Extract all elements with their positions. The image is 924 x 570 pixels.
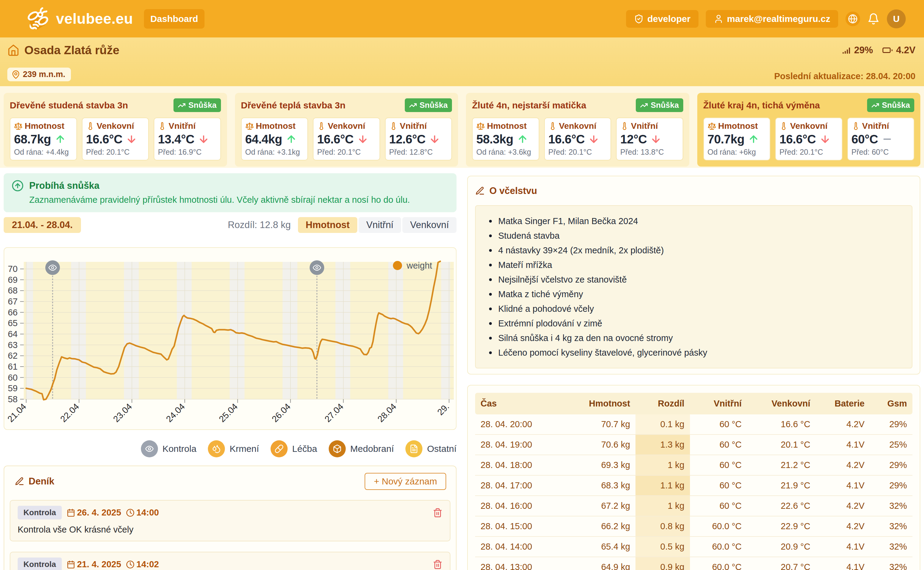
- svg-text:26.04: 26.04: [270, 401, 292, 424]
- stat-label: Venkovní: [790, 121, 828, 130]
- diff-label: Rozdíl: 12.8 kg: [228, 219, 291, 230]
- scale-icon: [476, 122, 485, 130]
- stat-subtext: Od rána: +3.1kg: [245, 148, 304, 156]
- chart-tab-vnitřní[interactable]: Vnitřní: [358, 217, 401, 233]
- table-cell-vnitřní: 60 °C: [690, 435, 747, 455]
- site-banner: Osada Zlatá růže 239 m.n.m. 29% 4.2V Pos…: [0, 37, 924, 86]
- event-legend-label: Medobraní: [350, 444, 394, 454]
- language-button[interactable]: [846, 12, 860, 26]
- chart-tab-venkovní[interactable]: Venkovní: [402, 217, 456, 233]
- measurements-table: ČasHmotnostRozdílVnitřníVenkovníBaterieG…: [475, 393, 912, 570]
- notifications-button[interactable]: [867, 13, 880, 25]
- about-list-item: Mateří mřížka: [486, 257, 903, 272]
- table-cell-čas: 28. 04. 15:00: [475, 516, 565, 536]
- table-cell-venkovní: 21.9 °C: [747, 475, 816, 496]
- trash-icon: [433, 560, 442, 569]
- table-cell-rozdíl: 1 kg: [635, 496, 690, 516]
- table-cell-čas: 28. 04. 18:00: [475, 455, 565, 475]
- table-cell-hmotnost: 70.6 kg: [565, 435, 636, 455]
- svg-text:27.04: 27.04: [323, 401, 345, 424]
- table-cell-gsm: 29%: [870, 414, 912, 435]
- table-cell-hmotnost: 64.9 kg: [565, 557, 636, 570]
- stat-value: 13.4°C: [158, 132, 194, 146]
- flow-badge: Snůška: [867, 98, 915, 112]
- hive-card[interactable]: Žluté kraj 4n, tichá výměna Snůška Hmotn…: [697, 93, 921, 167]
- svg-text:22.04: 22.04: [58, 401, 81, 424]
- table-cell-rozdíl: 1.1 kg: [635, 475, 690, 496]
- table-row: 28. 04. 14:0065.4 kg0.5 kg60.0 °C20.9 °C…: [475, 536, 912, 557]
- event-legend-item-pill[interactable]: Léčba: [271, 440, 317, 457]
- date-range-chip[interactable]: 21.04. - 28.04.: [4, 217, 81, 233]
- stat-value: 68.7kg: [14, 132, 51, 146]
- globe-icon: [848, 14, 858, 24]
- signal-icon: [842, 46, 851, 55]
- event-legend-item-droplets[interactable]: Krmení: [208, 440, 259, 457]
- diary-entry: Kontrola 26. 4. 2025 14:00 Kontrola vše …: [10, 500, 450, 541]
- table-row: 28. 04. 17:0068.3 kg1.1 kg60 °C21.9 °C4.…: [475, 475, 912, 496]
- stat-label: Vnitřní: [400, 121, 427, 130]
- delete-entry-button[interactable]: [433, 560, 442, 569]
- gsm-status: 29%: [842, 45, 873, 56]
- stat-label: Venkovní: [97, 121, 134, 130]
- table-cell-gsm: 32%: [870, 496, 912, 516]
- table-cell-baterie: 4.2V: [815, 496, 870, 516]
- chart-controls: 21.04. - 28.04. Rozdíl: 12.8 kg Hmotnost…: [4, 217, 456, 233]
- hive-cards-row: Dřevěné studená stavba 3n Snůška Hmotnos…: [0, 86, 924, 168]
- entry-text: Kontrola vše OK krásné včely: [18, 525, 442, 535]
- event-legend-label: Ostatní: [427, 444, 456, 454]
- new-entry-button[interactable]: + Nový záznam: [365, 473, 446, 490]
- table-header-gsm: Gsm: [870, 393, 912, 414]
- trending-up-icon: [640, 101, 648, 109]
- event-legend-item-document[interactable]: Ostatní: [405, 440, 456, 457]
- stat-box: Venkovní 16.6°C Před: 20.1°C: [775, 118, 843, 161]
- event-legend-item-package[interactable]: Medobraní: [329, 440, 394, 457]
- thermometer-icon: [389, 122, 398, 130]
- stat-value: 64.4kg: [245, 132, 282, 146]
- stat-value: 16.6°C: [317, 132, 353, 146]
- pill-icon: [271, 440, 288, 457]
- thermometer-icon: [158, 122, 167, 130]
- table-cell-čas: 28. 04. 16:00: [475, 496, 565, 516]
- table-header-baterie: Baterie: [815, 393, 870, 414]
- table-cell-vnitřní: 60 °C: [690, 414, 747, 435]
- hive-card[interactable]: Žluté 4n, nejstarší matička Snůška Hmotn…: [466, 93, 689, 167]
- avatar[interactable]: U: [887, 9, 906, 28]
- weight-chart[interactable]: 5859606162636465666768697021.0422.0423.0…: [4, 247, 456, 430]
- thermometer-icon: [548, 122, 557, 130]
- chart-tab-hmotnost[interactable]: Hmotnost: [298, 217, 357, 233]
- diary-panel: Deník + Nový záznam Kontrola 26. 4. 2025…: [4, 466, 456, 570]
- stat-value: 58.3kg: [476, 132, 513, 146]
- diary-entry: Kontrola 21. 4. 2025 14:02: [10, 552, 450, 570]
- table-cell-gsm: 32%: [870, 516, 912, 536]
- flow-badge-label: Snůška: [188, 101, 217, 110]
- stat-value: 12°C: [620, 132, 647, 146]
- bee-logo-icon: [26, 7, 49, 31]
- table-cell-baterie: 4.2V: [815, 414, 870, 435]
- table-cell-baterie: 4.1V: [815, 475, 870, 496]
- pencil-icon: [15, 477, 24, 486]
- table-cell-hmotnost: 68.3 kg: [565, 475, 636, 496]
- table-cell-venkovní: 20.1 °C: [747, 435, 816, 455]
- user-icon: [714, 14, 724, 24]
- event-legend-item-eye[interactable]: Kontrola: [141, 440, 197, 457]
- stat-box: Hmotnost 58.3kg Od rána: +3.6kg: [472, 118, 539, 161]
- trending-up-icon: [871, 101, 879, 109]
- hive-card[interactable]: Dřevěné teplá stavba 3n Snůška Hmotnost …: [235, 93, 458, 167]
- hive-title: Žluté kraj 4n, tichá výměna: [703, 100, 820, 110]
- about-list-item: Matka Singer F1, Milan Bečka 2024: [486, 214, 903, 228]
- table-row: 28. 04. 15:0066.2 kg0.8 kg60.0 °C22.9 °C…: [475, 516, 912, 536]
- table-row: 28. 04. 16:0067.2 kg1 kg60 °C22.6 °C4.2V…: [475, 496, 912, 516]
- about-title: O včelstvu: [475, 185, 912, 196]
- about-list-item: Nejsilnější včelstvo ze stanoviště: [486, 272, 903, 287]
- trend-down-icon: [820, 134, 831, 145]
- home-icon: [7, 44, 20, 56]
- table-cell-vnitřní: 60.0 °C: [690, 516, 747, 536]
- stat-subtext: Od rána: +3.6kg: [476, 148, 535, 156]
- flow-badge: Snůška: [636, 98, 683, 112]
- user-email-badge[interactable]: marek@realtimeguru.cz: [706, 10, 838, 28]
- delete-entry-button[interactable]: [433, 508, 442, 518]
- dashboard-nav-button[interactable]: Dashboard: [144, 9, 205, 29]
- stat-box: Hmotnost 64.4kg Od rána: +3.1kg: [241, 118, 308, 161]
- hive-card[interactable]: Dřevěné studená stavba 3n Snůška Hmotnos…: [4, 93, 227, 167]
- table-cell-čas: 28. 04. 14:00: [475, 536, 565, 557]
